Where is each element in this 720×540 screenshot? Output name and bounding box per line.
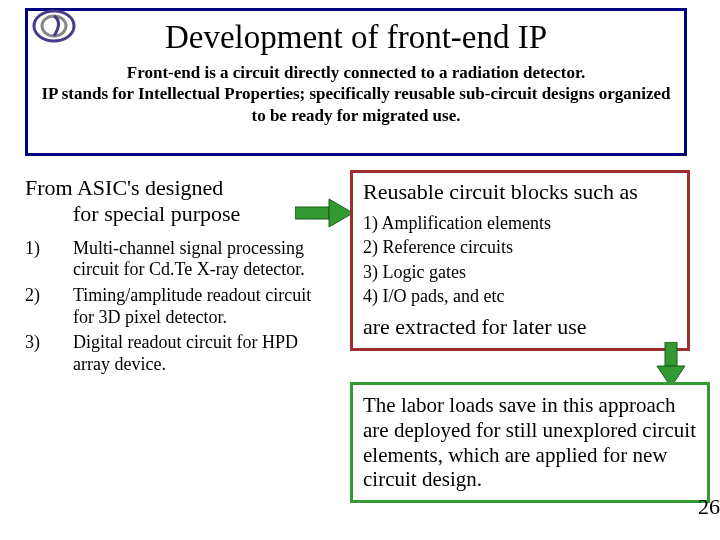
list-item: 3) Logic gates <box>363 260 677 284</box>
list-item: 2) Timing/amplitude readout circuit for … <box>25 285 325 328</box>
reusable-box: Reusable circuit blocks such as 1) Ampli… <box>350 170 690 351</box>
extracted-text: are extracted for later use <box>363 314 677 340</box>
list-item: 2) Reference circuits <box>363 235 677 259</box>
asic-list: 1) Multi-channel signal processing circu… <box>25 238 325 376</box>
title-box: Development of front-end IP Front-end is… <box>25 8 687 156</box>
svg-rect-2 <box>295 207 329 219</box>
page-number: 26 <box>698 494 720 520</box>
labor-box: The labor loads save in this approach ar… <box>350 382 710 503</box>
logo-icon <box>31 8 77 44</box>
list-item: 1) Multi-channel signal processing circu… <box>25 238 325 281</box>
left-heading: From ASIC's designed for special purpose <box>25 175 325 228</box>
left-column: From ASIC's designed for special purpose… <box>25 175 325 379</box>
svg-point-1 <box>42 16 66 36</box>
slide-title: Development of front-end IP <box>36 19 676 56</box>
reusable-heading: Reusable circuit blocks such as <box>363 179 677 205</box>
svg-rect-4 <box>665 342 677 366</box>
reusable-list: 1) Amplification elements 2) Reference c… <box>363 211 677 308</box>
list-item: 1) Amplification elements <box>363 211 677 235</box>
right-column: Reusable circuit blocks such as 1) Ampli… <box>350 170 700 351</box>
list-item: 4) I/O pads, and etc <box>363 284 677 308</box>
slide-subtitle: Front-end is a circuit directly connecte… <box>36 62 676 126</box>
list-item: 3) Digital readout circuit for HPD array… <box>25 332 325 375</box>
arrow-right-icon <box>295 195 355 231</box>
